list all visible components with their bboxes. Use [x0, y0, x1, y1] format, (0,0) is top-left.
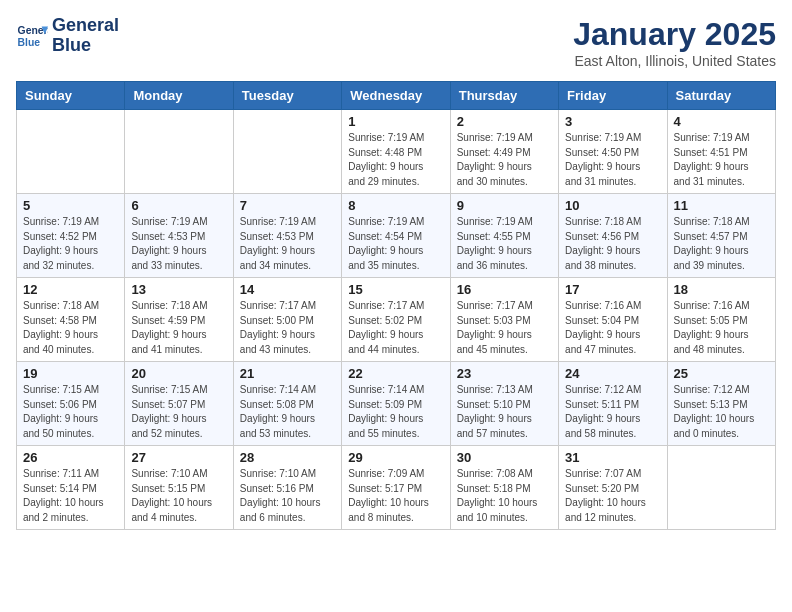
day-info: Sunrise: 7:19 AM Sunset: 4:50 PM Dayligh…: [565, 131, 660, 189]
calendar-cell: 19Sunrise: 7:15 AM Sunset: 5:06 PM Dayli…: [17, 362, 125, 446]
calendar-cell: 26Sunrise: 7:11 AM Sunset: 5:14 PM Dayli…: [17, 446, 125, 530]
week-row-2: 5Sunrise: 7:19 AM Sunset: 4:52 PM Daylig…: [17, 194, 776, 278]
day-number: 21: [240, 366, 335, 381]
day-info: Sunrise: 7:19 AM Sunset: 4:52 PM Dayligh…: [23, 215, 118, 273]
day-info: Sunrise: 7:11 AM Sunset: 5:14 PM Dayligh…: [23, 467, 118, 525]
day-number: 29: [348, 450, 443, 465]
day-number: 11: [674, 198, 769, 213]
day-number: 10: [565, 198, 660, 213]
calendar-cell: 3Sunrise: 7:19 AM Sunset: 4:50 PM Daylig…: [559, 110, 667, 194]
day-info: Sunrise: 7:09 AM Sunset: 5:17 PM Dayligh…: [348, 467, 443, 525]
day-info: Sunrise: 7:07 AM Sunset: 5:20 PM Dayligh…: [565, 467, 660, 525]
day-info: Sunrise: 7:08 AM Sunset: 5:18 PM Dayligh…: [457, 467, 552, 525]
calendar-cell: 2Sunrise: 7:19 AM Sunset: 4:49 PM Daylig…: [450, 110, 558, 194]
weekday-header-tuesday: Tuesday: [233, 82, 341, 110]
day-number: 5: [23, 198, 118, 213]
day-info: Sunrise: 7:12 AM Sunset: 5:13 PM Dayligh…: [674, 383, 769, 441]
week-row-5: 26Sunrise: 7:11 AM Sunset: 5:14 PM Dayli…: [17, 446, 776, 530]
day-number: 30: [457, 450, 552, 465]
calendar-cell: 5Sunrise: 7:19 AM Sunset: 4:52 PM Daylig…: [17, 194, 125, 278]
calendar-table: SundayMondayTuesdayWednesdayThursdayFrid…: [16, 81, 776, 530]
calendar-cell: 21Sunrise: 7:14 AM Sunset: 5:08 PM Dayli…: [233, 362, 341, 446]
calendar-cell: 4Sunrise: 7:19 AM Sunset: 4:51 PM Daylig…: [667, 110, 775, 194]
day-info: Sunrise: 7:10 AM Sunset: 5:15 PM Dayligh…: [131, 467, 226, 525]
weekday-header-row: SundayMondayTuesdayWednesdayThursdayFrid…: [17, 82, 776, 110]
calendar-cell: 29Sunrise: 7:09 AM Sunset: 5:17 PM Dayli…: [342, 446, 450, 530]
day-number: 13: [131, 282, 226, 297]
day-info: Sunrise: 7:10 AM Sunset: 5:16 PM Dayligh…: [240, 467, 335, 525]
day-number: 25: [674, 366, 769, 381]
day-info: Sunrise: 7:14 AM Sunset: 5:08 PM Dayligh…: [240, 383, 335, 441]
day-number: 14: [240, 282, 335, 297]
day-number: 19: [23, 366, 118, 381]
day-number: 1: [348, 114, 443, 129]
calendar-cell: 14Sunrise: 7:17 AM Sunset: 5:00 PM Dayli…: [233, 278, 341, 362]
day-number: 17: [565, 282, 660, 297]
day-info: Sunrise: 7:19 AM Sunset: 4:53 PM Dayligh…: [240, 215, 335, 273]
calendar-cell: 27Sunrise: 7:10 AM Sunset: 5:15 PM Dayli…: [125, 446, 233, 530]
weekday-header-friday: Friday: [559, 82, 667, 110]
calendar-cell: 20Sunrise: 7:15 AM Sunset: 5:07 PM Dayli…: [125, 362, 233, 446]
day-number: 23: [457, 366, 552, 381]
calendar-cell: 22Sunrise: 7:14 AM Sunset: 5:09 PM Dayli…: [342, 362, 450, 446]
day-number: 4: [674, 114, 769, 129]
calendar-cell: 28Sunrise: 7:10 AM Sunset: 5:16 PM Dayli…: [233, 446, 341, 530]
calendar-cell: 13Sunrise: 7:18 AM Sunset: 4:59 PM Dayli…: [125, 278, 233, 362]
day-info: Sunrise: 7:19 AM Sunset: 4:51 PM Dayligh…: [674, 131, 769, 189]
day-info: Sunrise: 7:17 AM Sunset: 5:03 PM Dayligh…: [457, 299, 552, 357]
title-block: January 2025 East Alton, Illinois, Unite…: [573, 16, 776, 69]
day-info: Sunrise: 7:18 AM Sunset: 4:57 PM Dayligh…: [674, 215, 769, 273]
day-number: 12: [23, 282, 118, 297]
calendar-cell: 16Sunrise: 7:17 AM Sunset: 5:03 PM Dayli…: [450, 278, 558, 362]
calendar-cell: [667, 446, 775, 530]
calendar-cell: 23Sunrise: 7:13 AM Sunset: 5:10 PM Dayli…: [450, 362, 558, 446]
day-number: 6: [131, 198, 226, 213]
day-number: 8: [348, 198, 443, 213]
logo-text-line1: General: [52, 16, 119, 36]
day-number: 2: [457, 114, 552, 129]
weekday-header-sunday: Sunday: [17, 82, 125, 110]
day-info: Sunrise: 7:13 AM Sunset: 5:10 PM Dayligh…: [457, 383, 552, 441]
weekday-header-monday: Monday: [125, 82, 233, 110]
calendar-cell: [17, 110, 125, 194]
day-number: 16: [457, 282, 552, 297]
day-info: Sunrise: 7:18 AM Sunset: 4:58 PM Dayligh…: [23, 299, 118, 357]
calendar-cell: 17Sunrise: 7:16 AM Sunset: 5:04 PM Dayli…: [559, 278, 667, 362]
day-info: Sunrise: 7:19 AM Sunset: 4:55 PM Dayligh…: [457, 215, 552, 273]
day-info: Sunrise: 7:19 AM Sunset: 4:54 PM Dayligh…: [348, 215, 443, 273]
day-number: 15: [348, 282, 443, 297]
day-info: Sunrise: 7:14 AM Sunset: 5:09 PM Dayligh…: [348, 383, 443, 441]
logo-icon: General Blue: [16, 20, 48, 52]
calendar-cell: 25Sunrise: 7:12 AM Sunset: 5:13 PM Dayli…: [667, 362, 775, 446]
day-info: Sunrise: 7:18 AM Sunset: 4:59 PM Dayligh…: [131, 299, 226, 357]
day-info: Sunrise: 7:17 AM Sunset: 5:00 PM Dayligh…: [240, 299, 335, 357]
weekday-header-thursday: Thursday: [450, 82, 558, 110]
day-number: 7: [240, 198, 335, 213]
calendar-cell: [233, 110, 341, 194]
day-info: Sunrise: 7:19 AM Sunset: 4:53 PM Dayligh…: [131, 215, 226, 273]
day-info: Sunrise: 7:19 AM Sunset: 4:49 PM Dayligh…: [457, 131, 552, 189]
week-row-1: 1Sunrise: 7:19 AM Sunset: 4:48 PM Daylig…: [17, 110, 776, 194]
page-header: General Blue General Blue January 2025 E…: [16, 16, 776, 69]
calendar-cell: 6Sunrise: 7:19 AM Sunset: 4:53 PM Daylig…: [125, 194, 233, 278]
weekday-header-wednesday: Wednesday: [342, 82, 450, 110]
week-row-3: 12Sunrise: 7:18 AM Sunset: 4:58 PM Dayli…: [17, 278, 776, 362]
calendar-cell: [125, 110, 233, 194]
calendar-cell: 7Sunrise: 7:19 AM Sunset: 4:53 PM Daylig…: [233, 194, 341, 278]
day-info: Sunrise: 7:15 AM Sunset: 5:07 PM Dayligh…: [131, 383, 226, 441]
logo-text-line2: Blue: [52, 36, 119, 56]
calendar-cell: 15Sunrise: 7:17 AM Sunset: 5:02 PM Dayli…: [342, 278, 450, 362]
day-number: 9: [457, 198, 552, 213]
calendar-cell: 18Sunrise: 7:16 AM Sunset: 5:05 PM Dayli…: [667, 278, 775, 362]
day-info: Sunrise: 7:16 AM Sunset: 5:05 PM Dayligh…: [674, 299, 769, 357]
calendar-cell: 1Sunrise: 7:19 AM Sunset: 4:48 PM Daylig…: [342, 110, 450, 194]
calendar-cell: 8Sunrise: 7:19 AM Sunset: 4:54 PM Daylig…: [342, 194, 450, 278]
calendar-cell: 24Sunrise: 7:12 AM Sunset: 5:11 PM Dayli…: [559, 362, 667, 446]
day-info: Sunrise: 7:18 AM Sunset: 4:56 PM Dayligh…: [565, 215, 660, 273]
logo: General Blue General Blue: [16, 16, 119, 56]
calendar-cell: 12Sunrise: 7:18 AM Sunset: 4:58 PM Dayli…: [17, 278, 125, 362]
day-number: 24: [565, 366, 660, 381]
day-info: Sunrise: 7:16 AM Sunset: 5:04 PM Dayligh…: [565, 299, 660, 357]
day-number: 31: [565, 450, 660, 465]
week-row-4: 19Sunrise: 7:15 AM Sunset: 5:06 PM Dayli…: [17, 362, 776, 446]
